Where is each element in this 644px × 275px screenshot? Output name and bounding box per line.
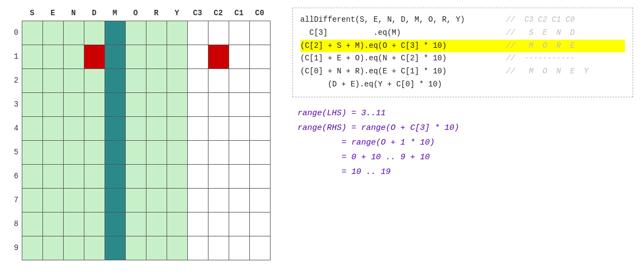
- grid-cell: [22, 21, 42, 45]
- grid-cell: [167, 164, 187, 188]
- grid-cell: [167, 236, 187, 260]
- col-header: C0: [249, 5, 270, 21]
- grid-cell: [42, 92, 63, 116]
- row-header: 6: [11, 164, 22, 188]
- grid-cell: [249, 140, 270, 164]
- grid-cell: [84, 45, 105, 68]
- row-header: 1: [11, 45, 22, 68]
- grid-cell: [167, 212, 187, 236]
- math-line: = range(O + 1 * 10): [298, 135, 634, 150]
- grid-cell: [63, 21, 84, 45]
- grid-cell: [125, 68, 146, 92]
- code-box: allDifferent(S, E, N, D, M, O, R, Y) // …: [292, 8, 634, 97]
- grid-cell: [167, 45, 187, 68]
- grid-cell: [42, 188, 63, 212]
- grid-cell: [208, 188, 229, 212]
- grid-cell: [187, 45, 208, 68]
- row-header: 9: [11, 236, 22, 260]
- corner-cell: [11, 5, 22, 21]
- grid-cell: [229, 236, 249, 260]
- col-header: M: [105, 5, 125, 21]
- code-line: C[3] .eq(M) // S E N D: [300, 27, 625, 40]
- grid-cell: [63, 212, 84, 236]
- grid-cell: [208, 92, 229, 116]
- grid-cell: [105, 164, 125, 188]
- grid-cell: [63, 140, 84, 164]
- grid-cell: [42, 140, 63, 164]
- grid-cell: [167, 188, 187, 212]
- grid-cell: [249, 188, 270, 212]
- grid-cell: [105, 21, 125, 45]
- grid-cell: [229, 212, 249, 236]
- row-header: 4: [11, 116, 22, 140]
- row-header: 5: [11, 140, 22, 164]
- col-header: Y: [167, 5, 187, 21]
- grid-cell: [167, 68, 187, 92]
- grid-cell: [105, 116, 125, 140]
- grid-cell: [42, 164, 63, 188]
- grid-cell: [229, 116, 249, 140]
- grid-cell: [249, 236, 270, 260]
- grid-cell: [249, 92, 270, 116]
- grid-cell: [187, 116, 208, 140]
- grid-cell: [42, 45, 63, 68]
- grid-cell: [125, 188, 146, 212]
- grid-table: SENDMORYC3C2C1C0 0123456789: [11, 5, 271, 260]
- grid-cell: [146, 188, 167, 212]
- grid-cell: [105, 212, 125, 236]
- grid-cell: [105, 92, 125, 116]
- grid-cell: [146, 212, 167, 236]
- code-line: allDifferent(S, E, N, D, M, O, R, Y) // …: [300, 14, 625, 27]
- grid-cell: [105, 188, 125, 212]
- grid-cell: [229, 140, 249, 164]
- math-line: range(RHS) = range(O + C[3] * 10): [298, 121, 634, 135]
- grid-cell: [208, 68, 229, 92]
- grid-cell: [125, 45, 146, 68]
- col-header: S: [22, 5, 42, 21]
- grid-cell: [187, 236, 208, 260]
- grid-cell: [249, 21, 270, 45]
- grid-cell: [84, 164, 105, 188]
- col-header: D: [84, 5, 105, 21]
- grid-cell: [125, 212, 146, 236]
- grid-section: SENDMORYC3C2C1C0 0123456789: [11, 5, 271, 260]
- math-section: range(LHS) = 3..11range(RHS) = range(O +…: [292, 106, 634, 179]
- grid-cell: [208, 236, 229, 260]
- col-header: E: [42, 5, 63, 21]
- grid-cell: [167, 116, 187, 140]
- grid-cell: [22, 164, 42, 188]
- grid-cell: [249, 116, 270, 140]
- grid-cell: [84, 92, 105, 116]
- grid-cell: [105, 68, 125, 92]
- grid-cell: [249, 68, 270, 92]
- grid-cell: [63, 236, 84, 260]
- grid-cell: [187, 92, 208, 116]
- grid-cell: [42, 236, 63, 260]
- main-container: SENDMORYC3C2C1C0 0123456789 allDifferent…: [11, 5, 633, 260]
- grid-cell: [125, 236, 146, 260]
- grid-cell: [187, 164, 208, 188]
- grid-cell: [125, 164, 146, 188]
- code-comment: // S E N D: [506, 28, 575, 37]
- grid-cell: [22, 140, 42, 164]
- grid-cell: [63, 164, 84, 188]
- grid-cell: [105, 236, 125, 260]
- grid-cell: [146, 92, 167, 116]
- grid-cell: [105, 45, 125, 68]
- grid-cell: [229, 188, 249, 212]
- grid-cell: [187, 212, 208, 236]
- math-line: = 0 + 10 .. 9 + 10: [298, 150, 634, 165]
- row-header: 7: [11, 188, 22, 212]
- grid-cell: [125, 140, 146, 164]
- grid-cell: [146, 140, 167, 164]
- grid-cell: [208, 21, 229, 45]
- grid-cell: [42, 68, 63, 92]
- code-line: (C[0] + N + R).eq(E + C[1] * 10) // M O …: [300, 65, 625, 78]
- grid-cell: [84, 212, 105, 236]
- row-header: 3: [11, 92, 22, 116]
- code-comment: // M O R E: [506, 41, 575, 50]
- grid-cell: [42, 212, 63, 236]
- row-header: 0: [11, 21, 22, 45]
- code-line: (D + E).eq(Y + C[0] * 10): [300, 78, 625, 91]
- grid-cell: [167, 21, 187, 45]
